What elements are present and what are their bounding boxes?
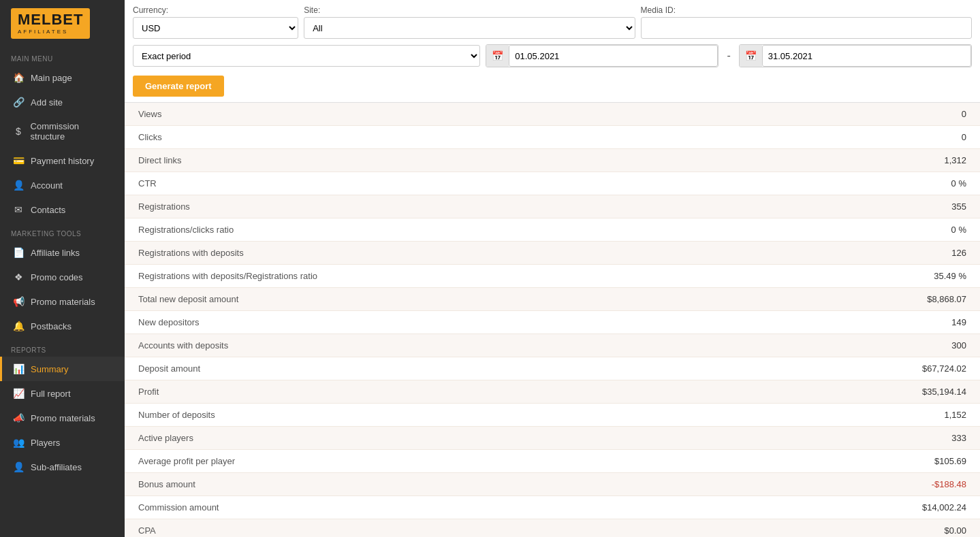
home-icon: 🏠: [13, 72, 24, 83]
row-label: Bonus amount: [125, 473, 552, 496]
site-label: Site:: [304, 5, 635, 15]
row-value: 149: [552, 311, 980, 334]
date-to-input[interactable]: [762, 45, 971, 67]
marketing-tools-label: MARKETING TOOLS: [0, 222, 125, 240]
row-label: Registrations/clicks ratio: [125, 218, 552, 242]
sidebar-item-promo-materials[interactable]: 📢 Promo materials: [0, 289, 125, 314]
sidebar-item-label: Contacts: [31, 205, 65, 215]
table-row: Number of deposits1,152: [125, 404, 980, 427]
site-group: Site: All: [304, 5, 635, 39]
sidebar-item-promo-materials-report[interactable]: 📣 Promo materials: [0, 406, 125, 430]
sidebar-item-label: Postbacks: [31, 321, 72, 331]
period-group: Exact period Last 7 days Last 30 days Th…: [133, 45, 480, 67]
promo-report-icon: 📣: [13, 412, 24, 423]
row-label: Direct links: [125, 149, 552, 172]
row-value: $67,724.02: [552, 357, 980, 380]
sidebar-item-label: Full report: [31, 389, 71, 399]
table-row: Active players333: [125, 427, 980, 450]
full-report-icon: 📈: [13, 388, 24, 399]
affiliate-icon: 📄: [13, 247, 24, 258]
table-row: New depositors149: [125, 311, 980, 334]
date-to-wrap: 📅: [739, 44, 972, 67]
table-row: Average profit per player$105.69: [125, 450, 980, 473]
row-value: 1,312: [552, 149, 980, 172]
sidebar-item-affiliate-links[interactable]: 📄 Affiliate links: [0, 240, 125, 265]
generate-btn-row: Generate report: [133, 73, 972, 97]
row-value: $35,194.14: [552, 380, 980, 404]
sidebar-item-label: Main page: [31, 73, 72, 83]
row-label: Views: [125, 103, 552, 126]
row-value: 300: [552, 334, 980, 357]
promo-icon: ❖: [13, 272, 24, 282]
sidebar-item-full-report[interactable]: 📈 Full report: [0, 381, 125, 406]
logo-text: MELBET: [18, 12, 83, 27]
sidebar-item-label: Summary: [31, 364, 69, 374]
table-row: Bonus amount-$188.48: [125, 473, 980, 496]
promo-materials-icon: 📢: [13, 296, 24, 307]
filters-area: Currency: USD EUR RUB Site: All Media ID…: [125, 0, 980, 103]
sidebar: MELBET AFFILIATES MAIN MENU 🏠 Main page …: [0, 0, 125, 537]
row-value: 333: [552, 427, 980, 450]
calendar-to-button[interactable]: 📅: [740, 45, 762, 67]
row-value: 355: [552, 195, 980, 218]
sidebar-item-postbacks[interactable]: 🔔 Postbacks: [0, 314, 125, 338]
sidebar-item-main-page[interactable]: 🏠 Main page: [0, 65, 125, 90]
table-row: Registrations with deposits/Registration…: [125, 265, 980, 288]
sidebar-item-summary[interactable]: 📊 Summary: [0, 357, 125, 381]
row-value: 0: [552, 126, 980, 149]
sidebar-item-payment-history[interactable]: 💳 Payment history: [0, 148, 125, 173]
sidebar-item-contacts[interactable]: ✉ Contacts: [0, 197, 125, 222]
currency-group: Currency: USD EUR RUB: [133, 5, 298, 39]
date-from-wrap: 📅: [486, 44, 718, 67]
sidebar-item-sub-affiliates[interactable]: 👤 Sub-affiliates: [0, 455, 125, 479]
table-row: Registrations355: [125, 195, 980, 218]
row-value: 0 %: [552, 218, 980, 242]
site-select[interactable]: All: [304, 17, 635, 39]
sidebar-item-label: Sub-affiliates: [31, 462, 82, 472]
row-label: Registrations: [125, 195, 552, 218]
mail-icon: ✉: [13, 204, 24, 215]
calendar-from-button[interactable]: 📅: [486, 45, 509, 67]
table-row: Clicks0: [125, 126, 980, 149]
generate-report-button[interactable]: Generate report: [133, 76, 224, 97]
table-row: Total new deposit amount$8,868.07: [125, 288, 980, 311]
main-menu-label: MAIN MENU: [0, 47, 125, 65]
row-label: CPA: [125, 519, 552, 538]
date-separator: -: [724, 50, 733, 62]
table-row: CPA$0.00: [125, 519, 980, 538]
media-id-group: Media ID:: [641, 5, 972, 39]
row-value: $14,002.24: [552, 496, 980, 519]
sidebar-item-promo-codes[interactable]: ❖ Promo codes: [0, 265, 125, 289]
row-label: Active players: [125, 427, 552, 450]
row-label: Registrations with deposits: [125, 242, 552, 265]
row-label: New depositors: [125, 311, 552, 334]
row-value: 126: [552, 242, 980, 265]
row-value: $0.00: [552, 519, 980, 538]
media-id-label: Media ID:: [641, 5, 972, 15]
period-select[interactable]: Exact period Last 7 days Last 30 days Th…: [133, 45, 480, 67]
currency-select[interactable]: USD EUR RUB: [133, 17, 298, 39]
sidebar-item-add-site[interactable]: 🔗 Add site: [0, 90, 125, 114]
sidebar-item-commission-structure[interactable]: $ Commission structure: [0, 114, 125, 148]
table-row: Profit$35,194.14: [125, 380, 980, 404]
sidebar-item-label: Promo materials: [31, 413, 95, 423]
row-value: $105.69: [552, 450, 980, 473]
row-label: Average profit per player: [125, 450, 552, 473]
payment-icon: 💳: [13, 155, 24, 166]
dollar-icon: $: [13, 126, 24, 137]
sidebar-item-label: Players: [31, 438, 60, 448]
row-value: 0 %: [552, 172, 980, 195]
date-from-input[interactable]: [509, 45, 718, 67]
report-table: Views0Clicks0Direct links1,312CTR0 %Regi…: [125, 103, 980, 537]
summary-icon: 📊: [13, 363, 24, 374]
logo: MELBET AFFILIATES: [11, 8, 90, 39]
sidebar-item-account[interactable]: 👤 Account: [0, 173, 125, 197]
sidebar-item-label: Commission structure: [31, 121, 114, 142]
players-icon: 👥: [13, 437, 24, 448]
logo-sub: AFFILIATES: [18, 29, 83, 35]
row-label: Clicks: [125, 126, 552, 149]
table-row: CTR0 %: [125, 172, 980, 195]
media-id-input[interactable]: [641, 17, 972, 39]
sidebar-item-players[interactable]: 👥 Players: [0, 430, 125, 455]
table-row: Registrations with deposits126: [125, 242, 980, 265]
